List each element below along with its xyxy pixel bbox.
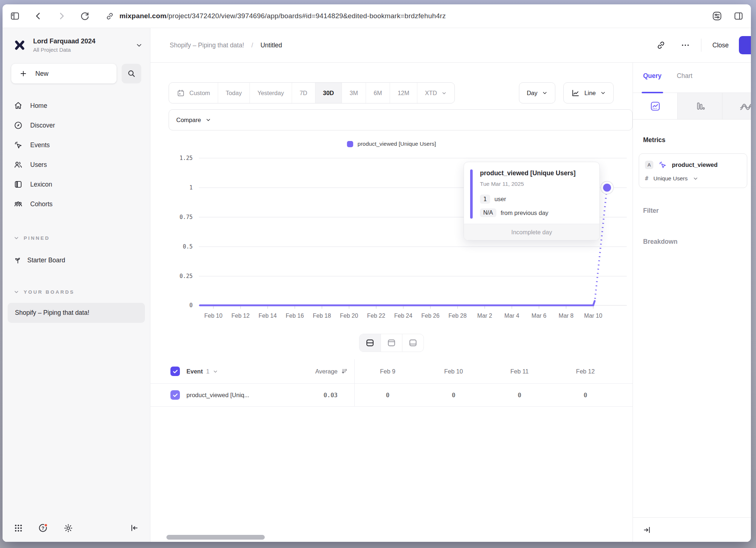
your-boards-section-header[interactable]: YOUR BOARDS (13, 289, 150, 295)
tab-chart[interactable]: Chart (677, 72, 693, 93)
settings-gear-icon[interactable] (63, 523, 73, 533)
search-button[interactable] (122, 64, 141, 83)
layout-split-button[interactable] (359, 334, 381, 352)
table-cell: 0 (552, 384, 618, 406)
sidebar-toggle-icon[interactable] (10, 11, 20, 21)
day-column-header: Feb 11 (487, 359, 552, 383)
copy-link-icon[interactable] (656, 40, 666, 50)
range-3m[interactable]: 3M (342, 83, 366, 103)
chart-style-dropdown[interactable]: Line (563, 82, 614, 103)
sidebar-item-label: Users (30, 161, 47, 169)
event-column-header[interactable]: Event 1 (186, 368, 218, 375)
tab-query[interactable]: Query (643, 72, 662, 93)
range-label: 30D (323, 90, 334, 97)
table-row[interactable]: product_viewed [Uniq... 0.03 0 0 0 0 (150, 384, 633, 407)
url-host: mixpanel.com (119, 12, 166, 20)
event-count: 1 (206, 368, 209, 375)
sort-descending-icon (341, 368, 349, 375)
back-icon[interactable] (33, 11, 43, 21)
range-6m[interactable]: 6M (366, 83, 390, 103)
average-column-header[interactable]: Average (315, 368, 354, 375)
range-30d[interactable]: 30D (315, 83, 342, 103)
compare-dropdown[interactable]: Compare (169, 109, 633, 130)
sidebar-item-events[interactable]: Events (8, 135, 145, 155)
breadcrumb-page[interactable]: Untitled (260, 42, 282, 49)
metric-card[interactable]: A product_viewed # Unique Users (639, 153, 747, 188)
collapse-sidebar-icon[interactable] (130, 523, 139, 533)
chart-type-bar-tab[interactable] (678, 93, 722, 119)
range-custom[interactable]: Custom (169, 83, 218, 103)
sidebar-item-label: Home (30, 102, 47, 110)
range-label: Today (226, 90, 242, 97)
x-tick: Mar 8 (559, 313, 574, 319)
metric-aggregation-dropdown[interactable]: # Unique Users (645, 175, 741, 182)
tooltip-title: product_viewed [Unique Users] (480, 169, 592, 177)
workspace-switcher[interactable]: Lord Farquaad 2024 All Project Data (12, 38, 143, 53)
chevron-down-icon (600, 90, 606, 96)
data-point[interactable] (603, 184, 611, 192)
save-button-partial[interactable] (739, 36, 751, 54)
range-yesterday[interactable]: Yesterday (250, 83, 292, 103)
day-column-header: Feb 10 (421, 359, 487, 383)
row-checkbox[interactable] (170, 390, 180, 400)
chart-tooltip: product_viewed [Unique Users] Tue Mar 11… (464, 162, 600, 240)
range-7d[interactable]: 7D (292, 83, 315, 103)
metric-event-name[interactable]: product_viewed (672, 161, 718, 168)
chart-type-flow-tab[interactable] (722, 93, 751, 119)
new-button[interactable]: New (11, 64, 117, 83)
layout-table-button[interactable] (402, 334, 424, 352)
x-tick: Feb 12 (232, 313, 250, 319)
help-icon[interactable]: ? (38, 522, 49, 533)
forward-icon[interactable] (56, 11, 67, 21)
sidebar-nav: Home Discover Events Users Lexicon (8, 96, 145, 214)
address-bar[interactable]: mixpanel.com/project/3472420/view/397469… (119, 12, 446, 20)
table-row-left: product_viewed [Uniq... 0.03 (150, 384, 354, 406)
url-link-icon[interactable] (105, 12, 114, 21)
layout-chart-button[interactable] (381, 334, 402, 352)
apps-grid-icon[interactable] (13, 523, 23, 533)
table-cell: 0 (421, 384, 487, 406)
sidebar-item-home[interactable]: Home (8, 96, 145, 116)
sidebar-item-discover[interactable]: Discover (8, 116, 145, 135)
sidebar-item-label: Discover (30, 122, 55, 129)
more-menu-icon[interactable] (681, 40, 690, 50)
legend-label: product_viewed [Unique Users] (358, 141, 436, 147)
x-tick: Mar 6 (532, 313, 547, 319)
app-root: Lord Farquaad 2024 All Project Data New (3, 28, 751, 542)
range-12m[interactable]: 12M (390, 83, 417, 103)
tooltip-value: 1 (480, 195, 490, 204)
tooltip-date: Tue Mar 11, 2025 (480, 181, 592, 187)
report-canvas: Custom Today Yesterday 7D 30D 3M 6M 12M … (150, 63, 633, 542)
breakdown-heading[interactable]: Breakdown (643, 238, 751, 246)
range-xtd[interactable]: XTD (417, 83, 454, 103)
horizontal-scrollbar[interactable] (166, 535, 265, 540)
chart-type-line-tab[interactable] (633, 93, 678, 119)
pinned-section-header[interactable]: PINNED (13, 235, 150, 241)
aggregation-symbol: # (645, 175, 648, 182)
results-table: Event 1 Average Feb 9 Feb 10 (150, 359, 633, 407)
breadcrumb-board[interactable]: Shopify – Piping that data! (170, 42, 244, 49)
collapse-panel-icon[interactable] (642, 525, 651, 535)
filter-heading[interactable]: Filter (643, 207, 751, 215)
cursor-spark-icon (658, 160, 667, 169)
range-today[interactable]: Today (218, 83, 250, 103)
reload-icon[interactable] (80, 11, 90, 21)
sidebar-item-starter-board[interactable]: Starter Board (8, 250, 145, 270)
line-chart[interactable]: product_viewed [Unique Users] (150, 139, 633, 321)
chevron-down-icon (213, 369, 218, 374)
report-controls: Custom Today Yesterday 7D 30D 3M 6M 12M … (169, 82, 614, 103)
range-label: 7D (300, 90, 307, 97)
sidebar-item-active-board[interactable]: Shopify – Piping that data! (8, 303, 145, 323)
cursor-spark-icon (13, 140, 23, 150)
granularity-dropdown[interactable]: Day (519, 82, 555, 103)
close-button[interactable]: Close (712, 42, 729, 49)
aggregation-label: Unique Users (653, 175, 688, 182)
select-all-checkbox[interactable] (170, 367, 180, 376)
sidebar-item-users[interactable]: Users (8, 155, 145, 175)
active-board-label: Shopify – Piping that data! (15, 309, 89, 316)
browser-settings-icon[interactable] (712, 11, 722, 21)
sidebar-item-lexicon[interactable]: Lexicon (8, 175, 145, 194)
sidebar-item-cohorts[interactable]: Cohorts (8, 194, 145, 214)
browser-panel-icon[interactable] (733, 11, 744, 21)
layout-toggle-group (359, 334, 424, 352)
